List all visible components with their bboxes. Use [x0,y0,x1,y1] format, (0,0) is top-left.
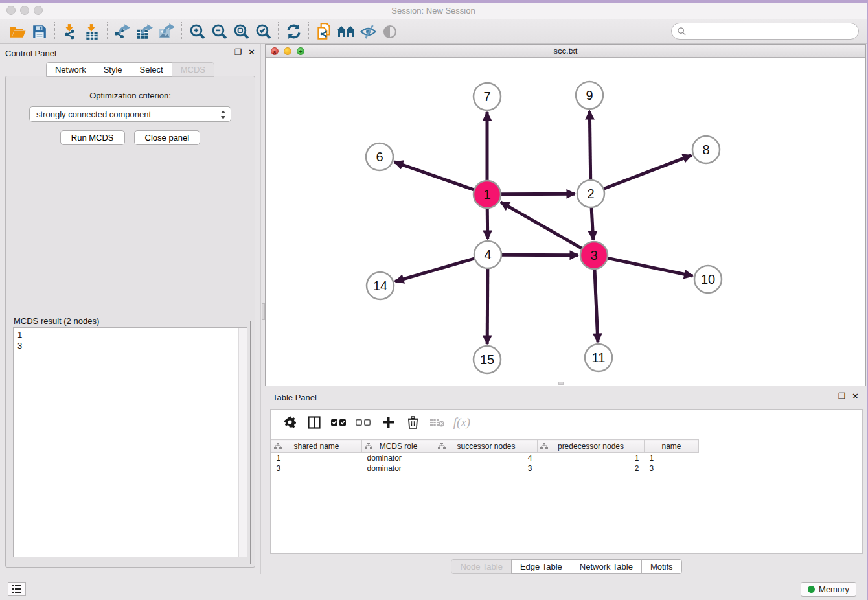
column-header-name[interactable]: name [645,440,699,453]
tab-motifs[interactable]: Motifs [641,559,682,574]
horizontal-splitter-handle[interactable] [558,382,564,385]
list-icon [12,584,22,594]
criterion-select[interactable]: strongly connected component [29,106,231,122]
column-header-shared-name[interactable]: shared name [271,440,362,453]
mcds-result-list[interactable]: 1 3 [13,327,247,557]
table-row[interactable]: 1dominator411 [271,453,699,463]
edge-4-14[interactable] [395,259,475,282]
tab-node-table[interactable]: Node Table [451,559,512,574]
gear-icon[interactable] [280,413,299,432]
delete-icon[interactable] [403,413,422,432]
window-title: Session: New Session [0,6,867,16]
node-table[interactable]: shared nameMCDS rolesuccessor nodesprede… [271,439,699,474]
delete-table-icon [428,413,447,432]
float-panel-icon[interactable]: ❐ [234,48,242,57]
table-cell[interactable]: dominator [362,453,435,463]
table-cell[interactable]: 1 [538,453,645,463]
table-cell[interactable]: 3 [435,463,538,474]
zoom-out-icon[interactable] [208,22,230,41]
edge-2-9[interactable] [589,111,590,180]
eye-disabled-icon[interactable] [379,22,401,41]
title-bar: Session: New Session [0,3,867,19]
table-cell[interactable]: dominator [362,463,435,474]
edge-2-3[interactable] [591,207,593,240]
edge-4-15[interactable] [487,268,488,344]
toolbar-separator [308,22,309,41]
node-label-1: 1 [483,187,490,202]
edge-1-2[interactable] [501,194,575,194]
node-label-6: 6 [376,150,383,164]
result-scrollbar[interactable] [238,328,247,557]
control-panel-title: Control Panel [5,49,56,58]
export-network-icon[interactable] [111,22,133,41]
control-panel: Control Panel ❐ ✕ NetworkStyleSelectMCDS… [0,44,260,574]
duplicate-network-icon[interactable] [313,22,335,41]
search-input[interactable] [687,27,858,36]
tab-network[interactable]: Network [46,62,95,77]
zoom-in-icon[interactable] [186,22,208,41]
table-cell[interactable]: 3 [645,463,699,474]
table-cell[interactable]: 2 [538,463,645,474]
edge-2-8[interactable] [604,156,692,189]
table-panel-tabs: Node TableEdge TableNetwork TableMotifs [265,559,868,574]
column-header-predecessor-nodes[interactable]: predecessor nodes [538,440,645,453]
select-all-icon[interactable] [329,413,348,432]
table-close-panel-icon[interactable]: ✕ [852,392,859,401]
column-header-successor-nodes[interactable]: successor nodes [435,440,538,453]
node-label-2: 2 [587,187,594,201]
tab-select[interactable]: Select [131,62,172,77]
home-icon[interactable] [335,22,357,41]
task-history-button[interactable] [8,582,26,596]
network-graph-canvas[interactable]: 1234678910111415 [266,58,865,386]
zoom-selected-icon[interactable] [252,22,274,41]
run-mcds-button[interactable]: Run MCDS [60,130,125,145]
zoom-fit-icon[interactable] [230,22,252,41]
network-window-titlebar[interactable]: x – + scc.txt [266,45,865,58]
export-table-icon[interactable] [133,22,155,41]
table-cell[interactable]: 1 [645,453,699,463]
mcds-tab-content: Optimization criterion: strongly connect… [5,76,255,568]
tab-edge-table[interactable]: Edge Table [511,559,571,574]
refresh-icon[interactable] [282,22,304,41]
deselect-all-icon[interactable] [354,413,373,432]
application-window: Session: New Session Control Panel ❐ ✕ N… [0,0,868,600]
edge-1-6[interactable] [394,162,475,190]
table-float-panel-icon[interactable]: ❐ [838,392,845,401]
tab-style[interactable]: Style [95,62,131,77]
memory-button[interactable]: Memory [801,582,856,597]
close-panel-icon[interactable]: ✕ [248,48,255,57]
select-stepper-icon [220,109,227,121]
edge-3-11[interactable] [595,269,598,342]
import-network-icon[interactable] [59,22,81,41]
table-cell[interactable]: 1 [271,453,362,463]
edge-4-3[interactable] [501,255,578,255]
node-label-10: 10 [701,272,715,286]
tab-mcds[interactable]: MCDS [172,62,214,77]
export-image-icon[interactable] [155,22,177,41]
open-file-icon[interactable] [6,22,29,41]
memory-label: Memory [819,584,849,594]
hide-eye-icon[interactable] [357,22,379,41]
close-panel-button[interactable]: Close panel [134,130,201,145]
table-cell[interactable]: 3 [271,463,362,474]
toolbar-separator [54,22,55,41]
node-label-9: 9 [586,88,593,102]
add-icon[interactable] [378,413,398,432]
search-field[interactable] [671,23,859,40]
import-table-icon[interactable] [81,22,103,41]
vertical-splitter[interactable] [260,44,265,574]
table-panel: Table Panel ❐ ✕ f(x) shared nameMCDS rol… [265,388,868,579]
edge-3-1[interactable] [501,202,582,249]
columns-icon[interactable] [304,413,324,432]
save-session-icon[interactable] [29,22,51,41]
mcds-result-group: MCDS result (2 nodes) 1 3 [10,316,251,564]
column-header-MCDS-role[interactable]: MCDS role [362,440,435,453]
edge-1-4[interactable] [487,208,488,239]
criterion-value: strongly connected component [36,110,151,119]
edge-3-10[interactable] [608,258,693,276]
tab-network-table[interactable]: Network Table [571,559,642,574]
table-cell[interactable]: 4 [435,453,538,463]
table-row[interactable]: 3dominator323 [271,463,699,474]
toolbar-separator [107,22,108,41]
node-table-container: f(x) shared nameMCDS rolesuccessor nodes… [270,409,863,554]
